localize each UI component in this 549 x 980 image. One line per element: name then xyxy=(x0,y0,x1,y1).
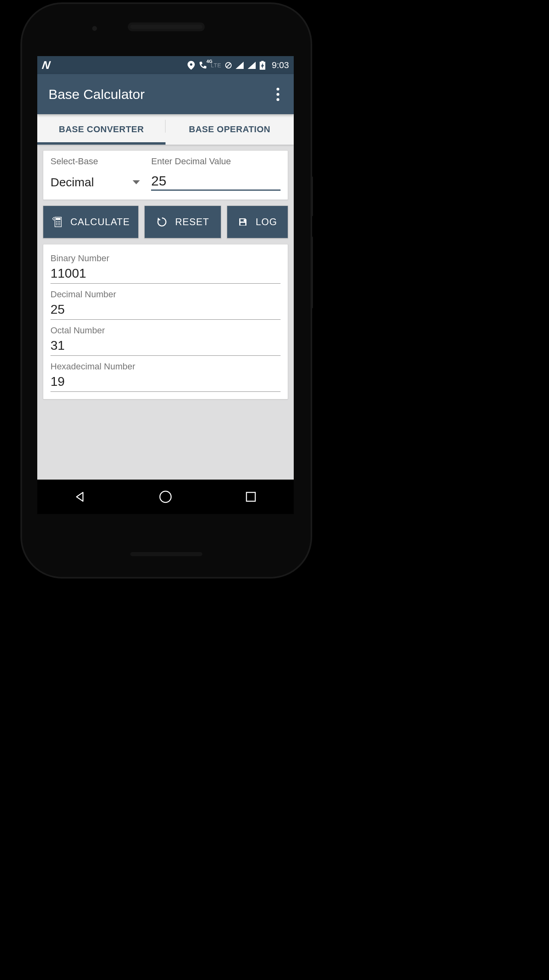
speaker-slot xyxy=(130,552,202,556)
svg-point-14 xyxy=(160,491,171,502)
app-bar: Base Calculator xyxy=(37,74,294,114)
overflow-menu-icon[interactable] xyxy=(273,85,283,104)
svg-point-10 xyxy=(56,224,57,225)
signal-icon-2 xyxy=(248,62,256,69)
value-input[interactable] xyxy=(151,172,281,191)
binary-value[interactable]: 11001 xyxy=(50,266,281,284)
app-title: Base Calculator xyxy=(48,87,273,102)
reset-icon xyxy=(157,217,167,227)
volume-button[interactable] xyxy=(311,236,313,309)
log-label: LOG xyxy=(256,216,277,228)
battery-icon xyxy=(260,61,265,70)
tab-base-operation[interactable]: BASE OPERATION xyxy=(166,114,294,145)
signal-icon xyxy=(236,62,244,69)
save-icon xyxy=(238,217,248,227)
svg-point-11 xyxy=(58,224,59,225)
fourg-label: 4G xyxy=(206,59,212,64)
input-card: Select-Base Decimal Enter Decimal Value xyxy=(43,150,288,200)
log-button[interactable]: LOG xyxy=(227,206,288,238)
decimal-value[interactable]: 25 xyxy=(50,302,281,320)
svg-point-12 xyxy=(59,224,60,225)
base-select[interactable]: Decimal xyxy=(50,172,140,191)
octal-value[interactable]: 31 xyxy=(50,338,281,356)
base-select-value: Decimal xyxy=(50,175,94,189)
screen: N 4G LTE 9:03 Base Calculator xyxy=(37,56,294,514)
svg-rect-13 xyxy=(240,223,245,225)
home-icon xyxy=(159,490,172,504)
recents-button[interactable] xyxy=(243,489,259,505)
svg-rect-15 xyxy=(246,492,255,501)
decimal-label: Decimal Number xyxy=(50,289,281,300)
power-button[interactable] xyxy=(311,176,313,216)
binary-label: Binary Number xyxy=(50,253,281,264)
svg-point-8 xyxy=(58,223,59,224)
button-row: CALCULATE RESET LOG xyxy=(43,206,288,238)
calculate-label: CALCULATE xyxy=(70,216,130,228)
select-base-label: Select-Base xyxy=(50,156,140,167)
results-card: Binary Number 11001 Decimal Number 25 Oc… xyxy=(43,244,288,399)
status-bar: N 4G LTE 9:03 xyxy=(37,56,294,74)
hex-label: Hexadecimal Number xyxy=(50,361,281,372)
phone-icon xyxy=(199,61,207,69)
navigation-bar xyxy=(37,480,294,514)
svg-line-1 xyxy=(226,63,230,67)
dropdown-icon xyxy=(133,180,140,184)
enter-value-label: Enter Decimal Value xyxy=(151,156,281,167)
svg-point-4 xyxy=(56,221,57,222)
calculate-button[interactable]: CALCULATE xyxy=(43,206,139,238)
reset-label: RESET xyxy=(175,216,209,228)
tab-bar: BASE CONVERTER BASE OPERATION xyxy=(37,114,294,145)
home-button[interactable] xyxy=(157,489,174,505)
phone-frame: N 4G LTE 9:03 Base Calculator xyxy=(22,4,311,577)
octal-label: Octal Number xyxy=(50,325,281,336)
hex-value[interactable]: 19 xyxy=(50,374,281,392)
svg-point-5 xyxy=(58,221,59,222)
reset-button[interactable]: RESET xyxy=(144,206,221,238)
tab-indicator xyxy=(37,142,166,145)
back-button[interactable] xyxy=(72,489,88,505)
tab-base-converter[interactable]: BASE CONVERTER xyxy=(37,114,166,145)
calculator-icon xyxy=(52,216,62,228)
svg-point-7 xyxy=(56,223,57,224)
svg-point-9 xyxy=(59,223,60,224)
no-sim-icon xyxy=(225,62,232,69)
svg-rect-3 xyxy=(56,218,61,220)
clock: 9:03 xyxy=(272,60,289,71)
status-n-icon: N xyxy=(41,59,51,72)
svg-point-6 xyxy=(59,221,60,222)
recents-icon xyxy=(245,491,256,502)
location-icon xyxy=(188,61,195,70)
content-area: Select-Base Decimal Enter Decimal Value xyxy=(37,145,294,405)
back-icon xyxy=(74,491,86,503)
